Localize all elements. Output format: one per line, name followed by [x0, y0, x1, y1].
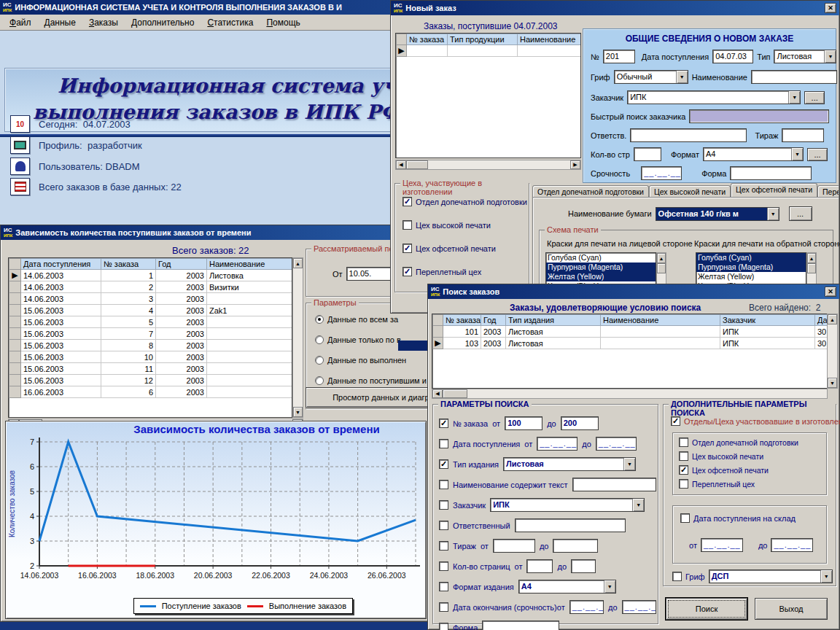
form-field[interactable] [730, 166, 812, 180]
date-to-field[interactable]: __.__.__ [596, 437, 637, 451]
checkbox-prepress[interactable] [402, 197, 412, 206]
checkbox-filter-offset[interactable] [679, 465, 688, 475]
table-row[interactable]: 15.06.200352003 [9, 316, 293, 328]
quick-customer-search-field[interactable] [689, 109, 829, 123]
checkbox-filter-binding[interactable] [679, 479, 688, 489]
checkbox-offset[interactable] [402, 244, 412, 253]
urgency-field[interactable]: __.__.__ [641, 166, 682, 180]
customer-browse-button[interactable]: ... [804, 91, 825, 104]
list-item[interactable]: Желтая (Yellow) [696, 272, 806, 281]
paper-combo[interactable]: Офсетная 140 г/кв м▼ [656, 207, 779, 221]
table-row[interactable]: ▶ [397, 45, 582, 57]
tab-prepress[interactable]: Отдел допечатной подготовки [532, 185, 649, 198]
incoming-table-hscroll[interactable]: ◀ ▶ [395, 160, 581, 170]
table-row[interactable]: ▶1032003ЛистоваяИПК30.0 [433, 338, 828, 349]
tirazh-from-field[interactable] [493, 539, 535, 553]
table-row[interactable]: 15.06.200372003 [9, 328, 293, 340]
exit-button[interactable]: Выход [755, 598, 828, 620]
checkbox-stock-date[interactable] [680, 513, 690, 523]
checkbox-edition-type[interactable] [439, 459, 448, 469]
table-row[interactable]: 1012003ЛистоваяИПК30.0 [433, 326, 828, 338]
deadline-from-field[interactable]: __.__.__ [569, 600, 604, 614]
menu-data[interactable]: Данные [38, 16, 82, 29]
checkbox-grif[interactable] [672, 572, 682, 581]
list-item[interactable]: Голубая (Cyan) [546, 253, 656, 262]
order-date-field[interactable]: 04.07.03 [712, 50, 753, 63]
checkbox-deadline[interactable] [439, 602, 448, 612]
pages-from-field[interactable] [526, 559, 553, 573]
table-row[interactable]: 15.06.200382003 [9, 340, 293, 351]
stock-to-field[interactable]: __.__.__ [771, 538, 813, 552]
checkbox-filter-prepress[interactable] [679, 438, 688, 447]
table-row[interactable]: 14.06.200332003 [9, 293, 293, 305]
radio-only-completed[interactable] [315, 335, 324, 344]
checkbox-name-contains[interactable] [439, 480, 448, 489]
table-row[interactable]: 14.06.200322003Визитки [9, 281, 293, 293]
name-contains-field[interactable] [572, 478, 656, 491]
tab-letterpress[interactable]: Цех высокой печати [649, 185, 731, 198]
order-customer-combo[interactable]: ИПК▼ [627, 90, 801, 104]
search-table-vscroll[interactable]: ▲ ▼ [827, 314, 838, 389]
responsible-search-field[interactable] [515, 518, 626, 532]
tirazh-field[interactable] [782, 128, 824, 142]
checkbox-receipt-date[interactable] [439, 439, 448, 448]
menu-orders[interactable]: Заказы [82, 16, 125, 29]
checkbox-filter-letterpress[interactable] [679, 451, 688, 461]
stock-from-field[interactable]: __.__.__ [701, 538, 743, 552]
new-order-titlebar[interactable]: ИСИПК Новый заказ ✕ [391, 1, 839, 15]
num-to-field[interactable]: 200 [561, 416, 599, 430]
order-number-field[interactable]: 201 [603, 50, 635, 63]
checkbox-responsible[interactable] [439, 521, 448, 530]
search-table-hscroll[interactable]: ◀ [432, 389, 828, 399]
checkbox-tirazh[interactable] [439, 541, 448, 551]
num-from-field[interactable]: 100 [505, 416, 542, 430]
list-item[interactable]: Пурпурная (Magenta) [546, 262, 656, 272]
format-combo[interactable]: A4▼ [703, 147, 804, 161]
radio-received-completed[interactable] [315, 376, 324, 385]
radio-completed-data[interactable] [315, 356, 324, 365]
table-row[interactable]: 16.06.200362003 [9, 386, 293, 398]
format-search-combo[interactable]: A4▼ [518, 580, 616, 594]
checkbox-form[interactable] [439, 623, 448, 630]
table-row[interactable]: ▶14.06.200312003Листовка [9, 270, 293, 281]
checkbox-customer[interactable] [439, 500, 448, 510]
tirazh-to-field[interactable] [553, 539, 598, 553]
checkbox-format[interactable] [439, 582, 448, 591]
menu-help[interactable]: Помощь [260, 16, 306, 29]
checkbox-order-number[interactable] [439, 419, 448, 428]
menu-extra[interactable]: Дополнительно [125, 16, 201, 29]
search-button[interactable]: Поиск [666, 598, 747, 620]
paper-browse-button[interactable]: ... [789, 206, 812, 221]
radio-all-orders[interactable] [315, 315, 324, 324]
grif-combo[interactable]: ДСП▼ [709, 569, 833, 583]
list-item[interactable]: Желтая (Yellow) [546, 272, 656, 281]
close-icon[interactable]: ✕ [825, 3, 836, 13]
table-row[interactable]: 15.06.2003122003 [9, 375, 293, 386]
checkbox-pages[interactable] [439, 561, 448, 571]
orders-table-vscroll[interactable]: ▲ ▼ [292, 257, 303, 418]
customer-combo[interactable]: ИПК▼ [490, 498, 645, 512]
order-grif-combo[interactable]: Обычный▼ [614, 70, 688, 84]
close-icon[interactable]: ✕ [825, 287, 836, 297]
form-search-field[interactable] [482, 621, 559, 630]
order-type-combo[interactable]: Листовая▼ [774, 50, 836, 63]
order-name-field[interactable] [751, 70, 837, 84]
list-item[interactable]: Голубая (Cyan) [696, 253, 806, 262]
format-browse-button[interactable]: ... [807, 148, 828, 161]
table-row[interactable]: 15.06.2003112003 [9, 363, 293, 375]
pages-to-field[interactable] [571, 559, 596, 573]
menu-statistics[interactable]: Статистика [201, 16, 260, 29]
checkbox-shops-filter[interactable] [671, 416, 680, 426]
responsible-field[interactable] [630, 128, 747, 142]
menu-file[interactable]: Файл [3, 16, 38, 29]
table-row[interactable]: 15.06.200342003Zak1 [9, 305, 293, 316]
search-titlebar[interactable]: ИСИПК Поиск заказов ✕ [428, 284, 839, 299]
edition-type-combo[interactable]: Листовая▼ [503, 457, 636, 471]
checkbox-binding[interactable] [402, 267, 412, 276]
deadline-to-field[interactable]: __.__.__ [622, 600, 656, 614]
back-inks-scroll[interactable]: ▲ [806, 252, 817, 287]
front-inks-scroll[interactable]: ▲ [656, 252, 666, 287]
table-row[interactable]: 15.06.2003102003 [9, 351, 293, 363]
date-from-field[interactable]: __.__.__ [537, 437, 578, 451]
checkbox-letterpress[interactable] [402, 220, 412, 230]
